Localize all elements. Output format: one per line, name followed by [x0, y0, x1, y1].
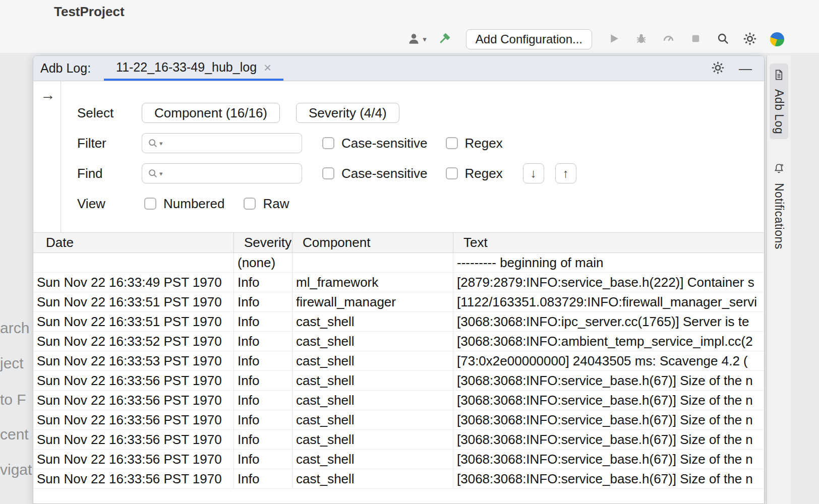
cell-severity: Info: [233, 430, 292, 449]
table-row[interactable]: Sun Nov 22 16:33:51 PST 1970Infofirewall…: [33, 292, 764, 312]
component-filter-button[interactable]: Component (16/16): [142, 103, 280, 123]
log-table-header: Date Severity Component Text: [33, 232, 764, 253]
table-row[interactable]: Sun Nov 22 16:33:56 PST 1970Infocast_she…: [33, 469, 764, 489]
cell-severity: Info: [233, 469, 292, 488]
profiler-button[interactable]: [659, 29, 678, 49]
build-button[interactable]: [435, 29, 454, 49]
user-icon: [407, 32, 421, 47]
checkbox-icon[interactable]: [322, 167, 334, 179]
checkbox-icon[interactable]: [322, 137, 334, 149]
filter-text-input[interactable]: [167, 137, 297, 150]
cell-component: cast_shell: [292, 410, 453, 429]
column-header-component[interactable]: Component: [292, 233, 453, 253]
cell-component: cast_shell: [292, 371, 453, 390]
cell-date: [33, 253, 233, 272]
hammer-icon: [437, 32, 451, 47]
document-icon: [773, 69, 785, 84]
minimize-button[interactable]: —: [739, 62, 752, 75]
stripe-item-notifications[interactable]: Notifications: [770, 157, 788, 255]
table-row[interactable]: Sun Nov 22 16:33:49 PST 1970Infoml_frame…: [33, 273, 764, 292]
profile-sphere-button[interactable]: [768, 29, 787, 49]
window-titlebar: TestProject ▾ Add Configuration...: [0, 0, 819, 53]
chevron-down-icon: ▾: [423, 35, 427, 44]
cell-component: ml_framework: [292, 273, 453, 292]
chevron-down-icon: ▾: [159, 170, 163, 177]
filter-regex-checkbox[interactable]: Regex: [446, 136, 503, 151]
tool-window-stripe: Adb Log Notifications: [767, 55, 791, 504]
raw-checkbox[interactable]: Raw: [244, 196, 289, 212]
checkbox-icon[interactable]: [446, 137, 458, 149]
add-configuration-button[interactable]: Add Configuration...: [466, 29, 592, 49]
find-search-field[interactable]: ▾: [142, 163, 302, 183]
cell-text: [3068:3068:INFO:service_base.h(67)] Size…: [453, 371, 764, 390]
cell-severity: (none): [233, 253, 292, 272]
cell-component: firewall_manager: [292, 292, 453, 311]
find-row: Find ▾ Case-sensitive Regex ↓ ↑: [77, 164, 764, 183]
table-row[interactable]: Sun Nov 22 16:33:56 PST 1970Infocast_she…: [33, 410, 764, 430]
cell-date: Sun Nov 22 16:33:52 PST 1970: [33, 332, 233, 351]
panel-settings-button[interactable]: [711, 61, 725, 76]
stripe-item-adb-log[interactable]: Adb Log: [770, 64, 788, 139]
table-row[interactable]: Sun Nov 22 16:33:53 PST 1970Infocast_she…: [33, 351, 764, 371]
adb-log-panel: Adb Log: 11-22_16-33-49_hub_log × — → Se…: [33, 55, 765, 504]
table-row[interactable]: Sun Nov 22 16:33:51 PST 1970Infocast_she…: [33, 312, 764, 332]
log-table-body: (none)--------- beginning of mainSun Nov…: [33, 253, 764, 503]
cell-severity: Info: [233, 292, 292, 311]
table-row[interactable]: Sun Nov 22 16:33:56 PST 1970Infocast_she…: [33, 430, 764, 450]
table-row[interactable]: Sun Nov 22 16:33:52 PST 1970Infocast_she…: [33, 332, 764, 351]
checkbox-icon[interactable]: [446, 167, 458, 179]
filter-case-sensitive-checkbox[interactable]: Case-sensitive: [322, 136, 428, 151]
background-text-fragment: ject: [0, 355, 32, 372]
stop-button[interactable]: [686, 29, 705, 49]
gauge-icon: [662, 32, 675, 46]
column-header-date[interactable]: Date: [33, 233, 233, 253]
cell-date: Sun Nov 22 16:33:51 PST 1970: [33, 312, 233, 331]
search-icon: [147, 168, 158, 179]
filter-controls-area: → Select Component (16/16) Severity (4/4…: [33, 81, 764, 232]
cell-date: Sun Nov 22 16:33:56 PST 1970: [33, 410, 233, 429]
numbered-checkbox[interactable]: Numbered: [144, 196, 224, 212]
cell-text: [3068:3068:INFO:service_base.h(67)] Size…: [453, 469, 764, 488]
run-button[interactable]: [604, 29, 623, 49]
log-file-tab[interactable]: 11-22_16-33-49_hub_log ×: [104, 56, 283, 81]
cell-component: cast_shell: [292, 450, 453, 469]
checkbox-icon[interactable]: [244, 198, 256, 210]
find-text-input[interactable]: [167, 167, 297, 180]
user-account-button[interactable]: ▾: [407, 29, 427, 49]
project-title: TestProject: [54, 4, 125, 20]
find-next-button[interactable]: ↓: [523, 163, 544, 183]
table-row[interactable]: (none)--------- beginning of main: [33, 253, 764, 273]
bug-icon: [635, 32, 648, 46]
select-label: Select: [77, 105, 142, 121]
close-icon[interactable]: ×: [264, 61, 271, 74]
cell-text: [1122/163351.083729:INFO:firewall_manage…: [453, 292, 764, 311]
find-case-sensitive-checkbox[interactable]: Case-sensitive: [322, 166, 428, 181]
severity-filter-button[interactable]: Severity (4/4): [296, 103, 399, 123]
find-previous-button[interactable]: ↑: [555, 163, 576, 183]
column-header-severity[interactable]: Severity: [233, 233, 292, 253]
cell-text: [73:0x2e00000000] 24043505 ms: Scavenge …: [453, 351, 764, 370]
view-label: View: [77, 196, 142, 212]
background-text-fragment: arch: [0, 320, 32, 337]
view-row: View Numbered Raw: [77, 194, 764, 213]
background-text-fragment: cent: [0, 426, 32, 443]
cell-component: cast_shell: [292, 351, 453, 370]
cell-date: Sun Nov 22 16:33:49 PST 1970: [33, 273, 233, 292]
cell-text: [3068:3068:INFO:service_base.h(67)] Size…: [453, 430, 764, 449]
filter-search-field[interactable]: ▾: [142, 133, 302, 153]
table-row[interactable]: Sun Nov 22 16:33:56 PST 1970Infocast_she…: [33, 371, 764, 391]
table-row[interactable]: Sun Nov 22 16:33:56 PST 1970Infocast_she…: [33, 450, 764, 469]
column-header-text[interactable]: Text: [453, 233, 764, 253]
select-row: Select Component (16/16) Severity (4/4): [77, 103, 764, 122]
find-regex-checkbox[interactable]: Regex: [446, 166, 503, 181]
table-row[interactable]: Sun Nov 22 16:33:56 PST 1970Infocast_she…: [33, 391, 764, 410]
cell-date: Sun Nov 22 16:33:56 PST 1970: [33, 430, 233, 449]
cell-date: Sun Nov 22 16:33:56 PST 1970: [33, 391, 233, 410]
checkbox-icon[interactable]: [144, 198, 156, 210]
settings-button[interactable]: [740, 29, 759, 49]
search-everywhere-button[interactable]: [713, 29, 732, 49]
debug-button[interactable]: [631, 29, 651, 49]
cell-component: cast_shell: [292, 332, 453, 351]
cell-severity: Info: [233, 410, 292, 429]
collapse-arrow-button[interactable]: →: [40, 87, 55, 102]
